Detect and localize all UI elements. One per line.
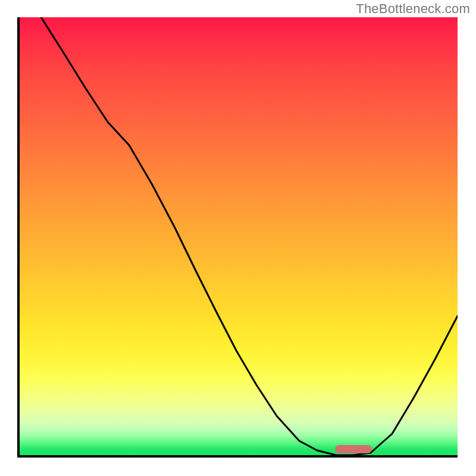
curve-polyline <box>41 17 458 455</box>
curve-line <box>20 17 458 455</box>
optimum-marker <box>335 445 372 453</box>
plot-frame <box>17 17 458 458</box>
watermark-text: TheBottleneck.com <box>356 1 470 17</box>
chart-container: TheBottleneck.com <box>0 0 476 476</box>
